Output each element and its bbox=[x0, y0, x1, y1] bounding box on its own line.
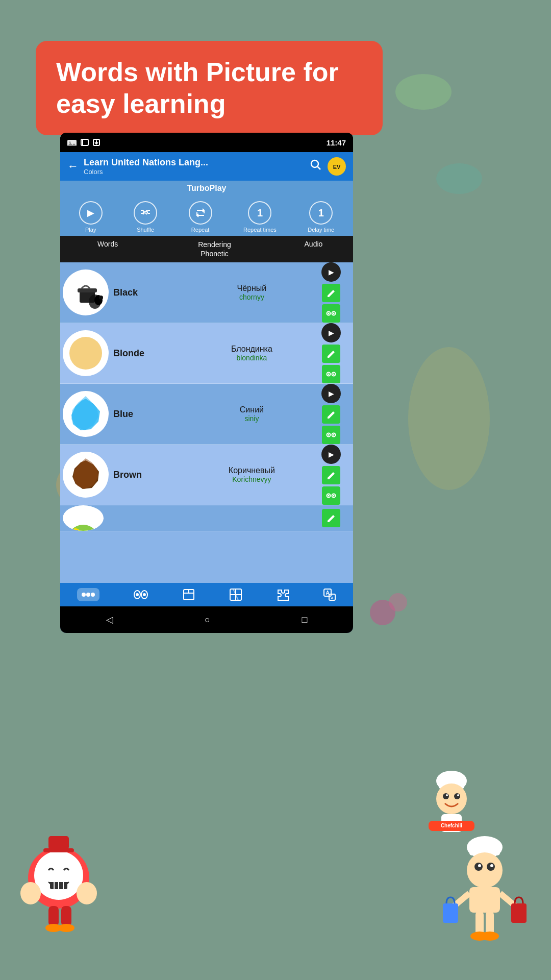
edit-button-black[interactable] bbox=[322, 284, 340, 302]
repeat-times-control[interactable]: 1 Repeat times bbox=[243, 201, 277, 233]
svg-rect-82 bbox=[61, 906, 71, 926]
svg-point-91 bbox=[457, 794, 459, 796]
android-recent-button[interactable]: □ bbox=[302, 615, 307, 625]
edit-button-partial[interactable] bbox=[322, 509, 340, 527]
dict-button-brown[interactable] bbox=[322, 486, 340, 505]
edit-button-blue[interactable] bbox=[322, 405, 340, 424]
repeat-control[interactable]: Repeat bbox=[189, 201, 212, 233]
svg-point-28 bbox=[333, 313, 335, 314]
dict-button-blue[interactable] bbox=[322, 426, 340, 444]
repeat-label: Repeat bbox=[191, 227, 209, 233]
app-header: ← Learn United Nations Lang... Colors EV bbox=[60, 152, 353, 181]
logo-badge[interactable]: EV bbox=[328, 157, 346, 176]
shuffle-circle[interactable] bbox=[134, 201, 157, 225]
word-text-blonde: Blonde bbox=[111, 348, 191, 359]
word-audio-blonde: ▶ bbox=[312, 323, 353, 383]
svg-point-53 bbox=[82, 593, 86, 597]
svg-point-41 bbox=[333, 434, 335, 436]
delay-time-circle[interactable]: 1 bbox=[309, 201, 333, 225]
play-control[interactable]: ▶ Play bbox=[79, 201, 103, 233]
svg-point-89 bbox=[454, 793, 460, 799]
word-phonetic-blue: siniy bbox=[193, 414, 310, 423]
svg-point-80 bbox=[77, 882, 97, 904]
svg-rect-81 bbox=[48, 906, 59, 926]
promo-banner: Words with Picture for easy learning bbox=[36, 41, 383, 135]
word-translation-blonde: Блондинка blondinka bbox=[191, 345, 312, 362]
word-audio-blue: ▶ bbox=[312, 384, 353, 444]
svg-point-48 bbox=[333, 495, 335, 497]
repeat-circle[interactable] bbox=[189, 201, 212, 225]
svg-point-88 bbox=[443, 793, 449, 799]
svg-point-3 bbox=[436, 163, 482, 194]
dict-button-blonde[interactable] bbox=[322, 365, 340, 383]
play-button-black[interactable]: ▶ bbox=[321, 262, 341, 282]
svg-point-33 bbox=[328, 374, 330, 375]
svg-rect-105 bbox=[443, 903, 458, 923]
svg-point-34 bbox=[333, 374, 335, 375]
word-list: Black Чёрный chornyy ▶ bbox=[60, 262, 353, 633]
word-text-blue: Blue bbox=[111, 409, 191, 420]
play-button-blue[interactable]: ▶ bbox=[321, 384, 341, 403]
nav-icon bbox=[81, 139, 89, 146]
svg-point-15 bbox=[311, 160, 318, 167]
back-button[interactable]: ← bbox=[67, 160, 79, 173]
word-phonetic-blonde: blondinka bbox=[193, 354, 310, 362]
android-nav-bar: ◁ ○ □ bbox=[60, 606, 353, 633]
mascot-left bbox=[15, 827, 102, 939]
play-button-blonde[interactable]: ▶ bbox=[321, 323, 341, 342]
svg-point-54 bbox=[86, 593, 90, 597]
play-button-brown[interactable]: ▶ bbox=[321, 445, 341, 464]
controls-bar: ▶ Play Shuffle R bbox=[60, 196, 353, 236]
repeat-times-circle[interactable]: 1 bbox=[248, 201, 271, 225]
word-audio-black: ▶ bbox=[312, 262, 353, 323]
table-row: Blonde Блондинка blondinka ▶ bbox=[60, 323, 353, 384]
shuffle-label: Shuffle bbox=[137, 227, 154, 233]
word-image-black bbox=[63, 270, 109, 315]
word-text-brown: Brown bbox=[111, 470, 191, 480]
nav-eyes[interactable] bbox=[133, 588, 148, 601]
download-icon bbox=[93, 139, 100, 146]
delay-time-label: Delay time bbox=[308, 227, 334, 233]
col-header-audio: Audio bbox=[274, 240, 353, 258]
delay-time-control[interactable]: 1 Delay time bbox=[308, 201, 334, 233]
nav-dots[interactable] bbox=[77, 588, 99, 601]
svg-rect-106 bbox=[511, 903, 527, 923]
edit-button-brown[interactable] bbox=[322, 466, 340, 484]
svg-rect-74 bbox=[48, 836, 69, 849]
word-phonetic-brown: Korichnevyy bbox=[193, 475, 310, 483]
svg-point-24 bbox=[99, 296, 103, 300]
nav-puzzle[interactable] bbox=[276, 588, 289, 601]
svg-point-6 bbox=[389, 593, 407, 611]
play-circle[interactable]: ▶ bbox=[79, 201, 103, 225]
svg-point-87 bbox=[436, 783, 467, 814]
word-translation-brown: Коричневый Korichnevyy bbox=[191, 466, 312, 483]
table-row: Brown Коричневый Korichnevyy ▶ bbox=[60, 445, 353, 505]
edit-button-blonde[interactable] bbox=[322, 345, 340, 363]
word-image-partial bbox=[63, 505, 104, 531]
search-button[interactable] bbox=[310, 159, 321, 174]
nav-grid[interactable] bbox=[229, 588, 242, 601]
word-russian-black: Чёрный bbox=[193, 284, 310, 293]
svg-point-5 bbox=[370, 600, 395, 625]
shuffle-control[interactable]: Shuffle bbox=[134, 201, 157, 233]
dict-button-black[interactable] bbox=[322, 304, 340, 323]
word-image-blonde bbox=[63, 330, 109, 376]
nav-translate[interactable]: A A bbox=[323, 588, 336, 601]
svg-point-90 bbox=[446, 794, 448, 796]
svg-rect-108 bbox=[486, 912, 494, 935]
svg-point-47 bbox=[328, 495, 330, 497]
word-russian-blonde: Блондинка bbox=[193, 345, 310, 354]
svg-point-100 bbox=[478, 864, 481, 867]
svg-rect-107 bbox=[475, 912, 484, 935]
android-back-button[interactable]: ◁ bbox=[106, 614, 113, 625]
svg-rect-102 bbox=[469, 887, 500, 913]
svg-point-40 bbox=[328, 434, 330, 436]
col-header-words: Words bbox=[60, 240, 155, 258]
svg-point-55 bbox=[91, 593, 95, 597]
status-left-icons bbox=[67, 139, 100, 146]
nav-box[interactable] bbox=[182, 588, 195, 601]
svg-point-101 bbox=[490, 864, 493, 867]
svg-point-30 bbox=[69, 337, 102, 370]
android-home-button[interactable]: ○ bbox=[205, 615, 210, 625]
status-time: 11:47 bbox=[327, 138, 346, 147]
